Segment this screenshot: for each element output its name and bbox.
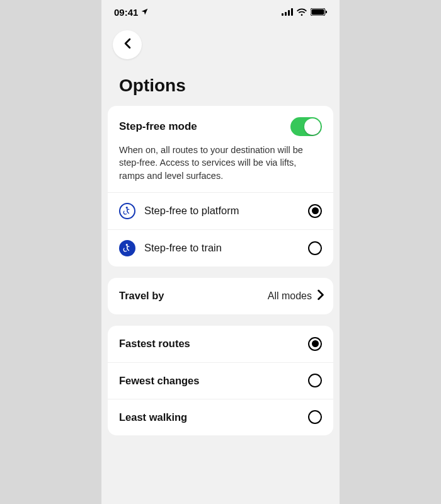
location-icon	[140, 7, 149, 18]
step-free-option-platform[interactable]: Step-free to platform	[108, 192, 333, 229]
radio-selected[interactable]	[308, 204, 322, 218]
travel-by-row[interactable]: Travel by All modes	[108, 278, 333, 314]
toggle-knob	[304, 118, 321, 135]
step-free-card: Step-free mode When on, all routes to yo…	[108, 106, 333, 266]
status-bar: 09:41	[101, 0, 340, 24]
phone-screen: 09:41 Options Step-f	[101, 0, 340, 504]
svg-rect-2	[288, 10, 290, 16]
svg-point-7	[125, 207, 127, 209]
preference-fastest[interactable]: Fastest routes	[108, 326, 333, 362]
preference-fewest-changes[interactable]: Fewest changes	[108, 362, 333, 399]
step-free-toggle[interactable]	[290, 117, 322, 136]
svg-point-8	[125, 244, 127, 246]
step-free-option-train[interactable]: Step-free to train	[108, 229, 333, 266]
svg-rect-3	[291, 8, 293, 16]
travel-by-label: Travel by	[119, 290, 268, 302]
step-free-title: Step-free mode	[119, 120, 197, 133]
accessibility-icon	[119, 203, 135, 219]
option-label: Fastest routes	[119, 338, 308, 350]
option-label: Step-free to train	[144, 242, 308, 254]
svg-rect-1	[285, 12, 287, 16]
accessibility-icon	[119, 240, 135, 256]
radio-unselected[interactable]	[308, 410, 322, 424]
svg-rect-5	[312, 9, 324, 14]
battery-icon	[311, 7, 327, 18]
radio-unselected[interactable]	[308, 374, 322, 387]
cellular-icon	[282, 7, 293, 18]
svg-rect-6	[326, 11, 327, 13]
option-label: Least walking	[119, 411, 308, 423]
radio-unselected[interactable]	[308, 241, 322, 255]
chevron-right-icon	[317, 289, 324, 303]
route-preference-card: Fastest routes Fewest changes Least walk…	[108, 326, 333, 435]
wifi-icon	[297, 7, 307, 18]
option-label: Step-free to platform	[144, 205, 308, 217]
travel-by-value: All modes	[268, 290, 312, 302]
chevron-left-icon	[123, 38, 132, 52]
radio-selected[interactable]	[308, 337, 322, 351]
preference-least-walking[interactable]: Least walking	[108, 399, 333, 435]
page-title: Options	[101, 64, 340, 106]
svg-rect-0	[282, 13, 284, 16]
status-time: 09:41	[114, 7, 138, 18]
travel-by-card: Travel by All modes	[108, 278, 333, 314]
step-free-description: When on, all routes to your destination …	[119, 144, 314, 182]
option-label: Fewest changes	[119, 375, 308, 387]
back-button[interactable]	[113, 30, 142, 59]
